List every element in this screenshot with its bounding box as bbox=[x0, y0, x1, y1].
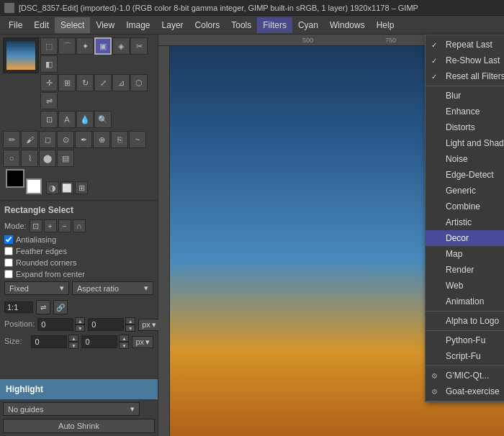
filter-alpha-to-logo[interactable]: Alpha to Logo ▶ bbox=[426, 313, 504, 329]
filter-animation[interactable]: Animation ▶ bbox=[426, 294, 504, 309]
menu-windows[interactable]: Windows bbox=[324, 17, 371, 33]
filter-generic[interactable]: Generic ▶ bbox=[426, 183, 504, 199]
tool-view-icon[interactable]: ⊞ bbox=[75, 181, 88, 194]
tool-eraser[interactable]: ◻ bbox=[39, 131, 56, 148]
tool-smudge[interactable]: ~ bbox=[129, 131, 146, 148]
filter-distorts[interactable]: Distorts ▶ bbox=[426, 119, 504, 135]
auto-shrink-btn[interactable]: Auto Shrink bbox=[3, 419, 155, 433]
background-color[interactable] bbox=[26, 178, 42, 194]
tool-quick-mask[interactable]: ⬜ bbox=[60, 181, 73, 194]
menu-filters[interactable]: Filters bbox=[257, 17, 292, 33]
mode-add[interactable]: + bbox=[44, 219, 57, 232]
size-w-up[interactable]: ▲ bbox=[68, 335, 78, 342]
menu-colors[interactable]: Colors bbox=[189, 17, 226, 33]
antialiasing-checkbox[interactable] bbox=[4, 235, 13, 244]
pos-unit-dropdown[interactable]: px▾ bbox=[138, 319, 160, 331]
tool-transform[interactable]: ↻ bbox=[76, 74, 94, 91]
filter-goat-exercise[interactable]: ⚙ Goat-exercise bbox=[426, 383, 504, 399]
tool-scissors[interactable]: ✂ bbox=[130, 37, 148, 55]
tool-foreground[interactable]: ◧ bbox=[40, 55, 58, 73]
tool-align[interactable]: ⊞ bbox=[58, 74, 76, 91]
filter-decor[interactable]: Decor ▶ ⚙ Add Bevel... ⚙ Add Border... bbox=[426, 230, 504, 246]
tool-ink[interactable]: ✒ bbox=[75, 131, 92, 148]
menu-layer[interactable]: Layer bbox=[156, 17, 189, 33]
tool-shear[interactable]: ⊿ bbox=[112, 74, 130, 91]
rounded-checkbox[interactable] bbox=[4, 258, 13, 267]
tool-heal[interactable]: ⊕ bbox=[93, 131, 110, 148]
ratio-swap-btn[interactable]: ⇌ bbox=[36, 300, 50, 314]
tool-paintselect[interactable]: ⬚ bbox=[40, 37, 58, 55]
tool-bycolor[interactable]: ◈ bbox=[112, 37, 130, 55]
tool-perspective[interactable]: ⬡ bbox=[130, 74, 148, 91]
filter-reset-all[interactable]: ✓ Reset all Filters bbox=[426, 68, 504, 84]
pos-x-down[interactable]: ▼ bbox=[75, 324, 85, 332]
pos-y-up[interactable]: ▲ bbox=[125, 317, 135, 324]
filter-gmic[interactable]: ⚙ G'MIC-Qt... bbox=[426, 368, 504, 383]
tool-gradient[interactable]: ▤ bbox=[57, 150, 74, 167]
mode-intersect[interactable]: ∩ bbox=[73, 219, 86, 232]
filter-enhance[interactable]: Enhance ▶ bbox=[426, 104, 504, 119]
menu-view[interactable]: View bbox=[90, 17, 120, 33]
tool-text[interactable]: A bbox=[58, 111, 76, 128]
tool-rectselect[interactable]: ▣ bbox=[94, 37, 112, 55]
pos-x-up[interactable]: ▲ bbox=[75, 317, 85, 324]
foreground-color[interactable] bbox=[6, 169, 24, 188]
size-h-input[interactable] bbox=[81, 335, 117, 348]
menu-edit[interactable]: Edit bbox=[28, 17, 55, 33]
mode-subtract[interactable]: − bbox=[58, 219, 71, 232]
tool-path[interactable]: ⌇ bbox=[21, 150, 38, 167]
ratio-input[interactable] bbox=[4, 301, 33, 313]
tool-pencil[interactable]: ✏ bbox=[3, 131, 20, 148]
pos-y-input[interactable] bbox=[88, 318, 124, 331]
size-h-up[interactable]: ▲ bbox=[119, 335, 129, 342]
filter-combine[interactable]: Combine ▶ bbox=[426, 199, 504, 214]
tool-move[interactable]: ✛ bbox=[40, 74, 58, 91]
tool-magnify[interactable]: 🔍 bbox=[94, 111, 112, 128]
tool-fuzzyselect[interactable]: ✦ bbox=[76, 37, 94, 55]
tool-colorpicker[interactable]: 💧 bbox=[76, 111, 94, 128]
size-unit-dropdown[interactable]: px▾ bbox=[132, 336, 153, 348]
guides-dropdown[interactable]: No guides ▾ bbox=[3, 402, 140, 416]
pos-y-down[interactable]: ▼ bbox=[125, 324, 135, 332]
mode-replace[interactable]: ⊡ bbox=[30, 219, 42, 232]
menu-file[interactable]: File bbox=[3, 17, 28, 33]
size-h-down[interactable]: ▼ bbox=[119, 342, 129, 349]
fixed-dropdown[interactable]: Fixed ▾ bbox=[4, 281, 69, 295]
filter-blur[interactable]: Blur ▶ bbox=[426, 88, 504, 104]
filter-light-shadow[interactable]: Light and Shadow ▶ bbox=[426, 135, 504, 151]
filter-map[interactable]: Map ▶ bbox=[426, 246, 504, 262]
size-w-input[interactable] bbox=[31, 335, 67, 348]
tool-dodge[interactable]: ○ bbox=[3, 150, 20, 167]
menu-select[interactable]: Select bbox=[55, 17, 90, 33]
menu-help[interactable]: Help bbox=[371, 17, 400, 33]
tool-airbrush[interactable]: ⊙ bbox=[57, 131, 74, 148]
expand-checkbox[interactable] bbox=[4, 270, 13, 278]
filter-reshow-last[interactable]: ✓ Re-Show Last Shift+Ctrl+F bbox=[426, 53, 504, 68]
filter-render[interactable]: Render ▶ bbox=[426, 262, 504, 278]
filter-edge-detect[interactable]: Edge-Detect ▶ bbox=[426, 167, 504, 183]
tool-scale[interactable]: ⤢ bbox=[94, 74, 112, 91]
pos-x-input[interactable] bbox=[37, 318, 73, 331]
tool-mode-icon[interactable]: ◑ bbox=[46, 181, 59, 194]
tool-bucket[interactable]: ⬤ bbox=[39, 150, 56, 167]
filter-artistic[interactable]: Artistic ▶ bbox=[426, 214, 504, 230]
tool-flip[interactable]: ⇌ bbox=[40, 92, 58, 109]
menu-image[interactable]: Image bbox=[120, 17, 156, 33]
aspect-ratio-dropdown[interactable]: Aspect ratio ▾ bbox=[72, 281, 153, 295]
tool-freeselect[interactable]: ⌒ bbox=[58, 37, 76, 55]
ratio-lock-btn[interactable]: 🔗 bbox=[53, 300, 68, 314]
tool-clone[interactable]: ⎘ bbox=[111, 131, 128, 148]
filter-web[interactable]: Web ▶ bbox=[426, 278, 504, 294]
tool-paintbrush[interactable]: 🖌 bbox=[21, 131, 38, 148]
filter-python-fu[interactable]: Python-Fu ▶ bbox=[426, 332, 504, 348]
feather-checkbox[interactable] bbox=[4, 247, 13, 255]
filter-repeat-last[interactable]: ✓ Repeat Last Ctrl+F bbox=[426, 37, 504, 53]
filter-noise[interactable]: Noise ▶ bbox=[426, 151, 504, 167]
position-y-field: ▲ ▼ bbox=[88, 317, 135, 332]
size-w-down[interactable]: ▼ bbox=[68, 342, 78, 349]
highlight-bar[interactable]: Highlight bbox=[0, 379, 158, 399]
menu-tools[interactable]: Tools bbox=[225, 17, 257, 33]
tool-crop[interactable]: ⊡ bbox=[40, 111, 58, 128]
filter-script-fu[interactable]: Script-Fu ▶ bbox=[426, 348, 504, 364]
menu-cyan[interactable]: Cyan bbox=[292, 17, 324, 33]
